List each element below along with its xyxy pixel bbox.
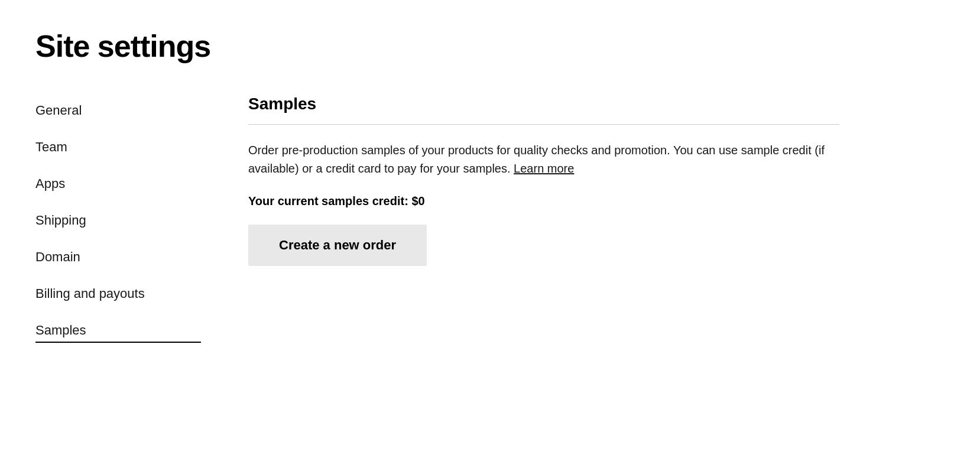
sidebar-item-domain[interactable]: Domain — [35, 239, 201, 275]
content-area: Samples Order pre-production samples of … — [248, 92, 839, 343]
credit-text: Your current samples credit: $0 — [248, 194, 839, 208]
sidebar-item-samples[interactable]: Samples — [35, 312, 201, 343]
sidebar-item-apps[interactable]: Apps — [35, 165, 201, 202]
learn-more-link[interactable]: Learn more — [514, 162, 574, 175]
sidebar-item-billing[interactable]: Billing and payouts — [35, 275, 201, 312]
sidebar-item-shipping[interactable]: Shipping — [35, 202, 201, 239]
description-text: Order pre-production samples of your pro… — [248, 141, 839, 178]
sidebar: General Team Apps Shipping Domain Billin… — [35, 92, 201, 343]
section-divider — [248, 124, 839, 125]
page-title: Site settings — [35, 28, 945, 64]
sidebar-item-team[interactable]: Team — [35, 129, 201, 165]
main-layout: General Team Apps Shipping Domain Billin… — [35, 92, 945, 343]
section-title: Samples — [248, 95, 839, 113]
create-order-button[interactable]: Create a new order — [248, 225, 427, 266]
sidebar-item-general[interactable]: General — [35, 92, 201, 129]
